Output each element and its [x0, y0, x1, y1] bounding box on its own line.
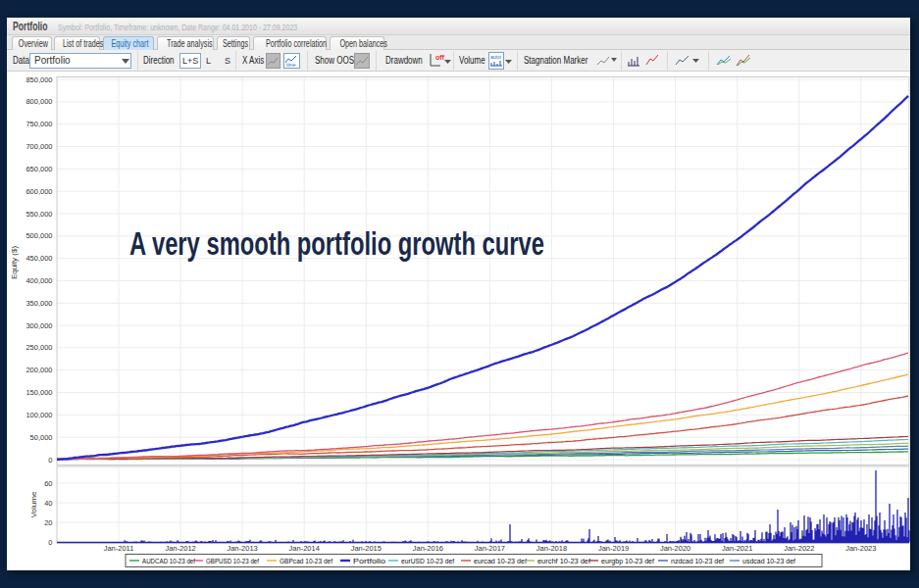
svg-text:time: time: [286, 62, 296, 68]
svg-text:800,000: 800,000: [26, 97, 52, 106]
svg-text:20: 20: [44, 518, 52, 527]
svg-text:0: 0: [48, 538, 52, 547]
svg-text:40: 40: [44, 499, 52, 508]
svg-text:usdcad 10-23 def: usdcad 10-23 def: [742, 558, 795, 564]
svg-text:600,000: 600,000: [26, 187, 52, 196]
svg-text:150,000: 150,000: [26, 388, 52, 397]
svg-text:L: L: [206, 56, 211, 66]
svg-text:AUDCAD 10-23 def: AUDCAD 10-23 def: [142, 558, 195, 564]
svg-text:500,000: 500,000: [26, 231, 52, 240]
svg-text:S: S: [225, 56, 230, 66]
svg-text:100,000: 100,000: [26, 411, 52, 419]
svg-text:250,000: 250,000: [26, 343, 52, 352]
svg-text:nzdcad 10-23 def: nzdcad 10-23 def: [671, 558, 724, 564]
svg-text:Jan-2013: Jan-2013: [227, 544, 257, 553]
svg-text:750,000: 750,000: [26, 120, 52, 128]
svg-text:Jan-2020: Jan-2020: [660, 544, 690, 553]
svg-text:off: off: [435, 54, 445, 61]
svg-text:50,000: 50,000: [30, 433, 53, 442]
svg-text:Portfolio: Portfolio: [353, 558, 385, 564]
svg-text:eurchf 10-23 def: eurchf 10-23 def: [537, 558, 590, 564]
svg-text:550,000: 550,000: [26, 210, 52, 219]
svg-text:Portfolio: Portfolio: [34, 55, 71, 66]
svg-text:Jan-2021: Jan-2021: [722, 544, 752, 553]
svg-text:L+S: L+S: [182, 56, 198, 66]
svg-text:eurcad 10-23 def: eurcad 10-23 def: [474, 558, 527, 564]
svg-text:auto: auto: [490, 54, 501, 60]
svg-text:Jan-2016: Jan-2016: [413, 544, 443, 553]
svg-text:Jan-2023: Jan-2023: [845, 544, 876, 553]
svg-text:700,000: 700,000: [26, 142, 52, 151]
svg-text:Volume: Volume: [29, 491, 38, 517]
svg-text:450,000: 450,000: [26, 254, 52, 263]
svg-text:Jan-2022: Jan-2022: [784, 544, 814, 553]
svg-text:300,000: 300,000: [26, 321, 52, 330]
svg-text:60: 60: [44, 479, 52, 488]
svg-text:650,000: 650,000: [26, 165, 52, 173]
svg-text:Jan-2012: Jan-2012: [165, 544, 195, 553]
svg-text:Jan-2014: Jan-2014: [289, 544, 320, 553]
svg-text:GBPcad 10-23 def: GBPcad 10-23 def: [280, 558, 332, 564]
svg-text:850,000: 850,000: [26, 75, 52, 84]
svg-text:eurgbp 10-23 def: eurgbp 10-23 def: [601, 558, 654, 565]
svg-text:Jan-2017: Jan-2017: [475, 544, 505, 553]
svg-text:Jan-2018: Jan-2018: [536, 544, 567, 553]
svg-text:0: 0: [48, 456, 52, 465]
svg-text:200,000: 200,000: [26, 366, 52, 374]
svg-text:400,000: 400,000: [26, 276, 52, 285]
svg-text:Jan-2011: Jan-2011: [104, 544, 134, 553]
svg-text:GBPUSD 10-23 def: GBPUSD 10-23 def: [206, 558, 259, 564]
svg-text:350,000: 350,000: [26, 299, 52, 308]
svg-text:Jan-2019: Jan-2019: [598, 544, 629, 553]
svg-text:Equity ($): Equity ($): [10, 246, 19, 280]
svg-text:eurUSD 10-23 def: eurUSD 10-23 def: [401, 558, 454, 564]
svg-text:Jan-2015: Jan-2015: [351, 544, 382, 553]
